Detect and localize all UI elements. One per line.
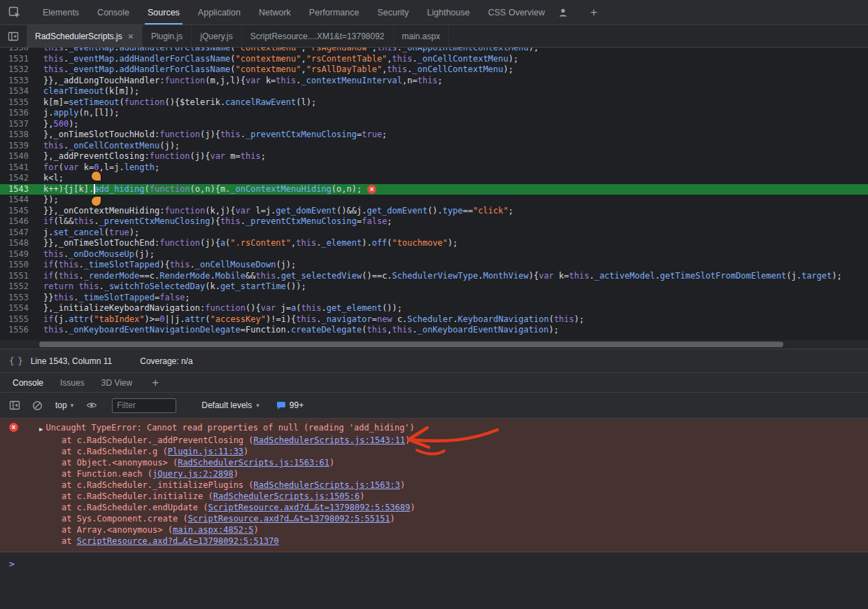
code-text[interactable]: }},_onTimeSlotTouchEnd:function(j){a(".r…: [38, 238, 458, 249]
toggle-navigator-icon[interactable]: [4, 27, 22, 46]
line-number[interactable]: 1543: [0, 184, 38, 195]
code-text[interactable]: this._onDocMouseUp(j);: [38, 249, 155, 260]
context-selector[interactable]: top ▾: [50, 398, 78, 412]
clear-console-icon[interactable]: [28, 396, 46, 414]
stack-link[interactable]: ScriptResource.axd?d…&t=13798092:5:53689: [208, 503, 411, 512]
code-text[interactable]: j.apply(n,[l]);: [38, 108, 119, 119]
code-text[interactable]: if(j.attr("tabIndex")>=0||j.attr("access…: [38, 314, 584, 326]
selection-handle-top[interactable]: [92, 172, 101, 181]
code-text[interactable]: this._onCellContextMenu(j);: [38, 141, 180, 152]
code-text[interactable]: for(var k=0,l=j.length;: [38, 162, 159, 174]
close-icon[interactable]: ×: [128, 32, 134, 41]
line-number[interactable]: 1539: [0, 141, 38, 152]
line-number[interactable]: 1538: [0, 130, 38, 141]
message-count-badge[interactable]: 99+: [276, 400, 304, 410]
code-text[interactable]: },_addPreventClosing:function(j){var m=t…: [38, 151, 266, 162]
horizontal-scrollbar[interactable]: [0, 340, 868, 349]
more-drawer-tabs-icon[interactable]: +: [146, 374, 164, 392]
stack-link[interactable]: ScriptResource.axd?d…&t=13798092:5:55151: [188, 514, 390, 524]
inline-error-icon[interactable]: ×: [367, 185, 376, 194]
tab-css-overview[interactable]: CSS Overview: [479, 0, 554, 24]
pretty-print-button[interactable]: { }: [9, 356, 22, 366]
code-text[interactable]: this._eventMap.addHandlerForClassName("c…: [38, 54, 518, 65]
code-text[interactable]: },500);: [38, 119, 79, 130]
line-number[interactable]: 1555: [0, 314, 38, 326]
scrollbar-thumb[interactable]: [39, 342, 783, 347]
line-number[interactable]: 1553: [0, 293, 38, 304]
line-number[interactable]: 1536: [0, 108, 38, 119]
line-number[interactable]: 1540: [0, 151, 38, 162]
stack-link[interactable]: ScriptResource.axd?d…&t=13798092:5:51370: [77, 536, 279, 546]
code-text[interactable]: return this._switchToSelectedDay(k.get_s…: [38, 281, 306, 293]
line-number[interactable]: 1531: [0, 54, 38, 65]
console-sidebar-icon[interactable]: [6, 396, 24, 414]
line-number[interactable]: 1535: [0, 97, 38, 108]
file-tab-jquery-js[interactable]: jQuery.js: [192, 25, 241, 47]
tab-performance[interactable]: Performance: [300, 0, 369, 24]
code-text[interactable]: this._eventMap.addHandlerForClassName("c…: [38, 48, 539, 54]
tab-security[interactable]: Security: [368, 0, 418, 24]
line-number[interactable]: 1530: [0, 48, 38, 54]
file-tab-scriptresource-xm1-t-13798092[interactable]: ScriptResource....XM1&t=13798092: [242, 25, 394, 47]
file-tab-radschedulerscripts-js[interactable]: RadSchedulerScripts.js×: [27, 25, 143, 47]
code-text[interactable]: }},_addLongTouchHandler:function(m,j,l){…: [38, 76, 443, 87]
line-number[interactable]: 1552: [0, 281, 38, 293]
code-text[interactable]: },_initializeKeyboardNavigation:function…: [38, 303, 402, 314]
code-text[interactable]: if(l&&this._preventCtxMenuClosing){this.…: [38, 216, 392, 227]
file-tab-main-aspx[interactable]: main.aspx: [394, 25, 450, 47]
line-number[interactable]: 1554: [0, 303, 38, 314]
disclosure-triangle-icon[interactable]: ▶: [39, 424, 43, 435]
line-number[interactable]: 1537: [0, 119, 38, 130]
line-number[interactable]: 1547: [0, 227, 38, 239]
code-text[interactable]: k++){j[k].add_hiding(function(o,n){m._on…: [38, 184, 362, 195]
line-number[interactable]: 1542: [0, 173, 38, 184]
stack-link[interactable]: Plugin.js:11:33: [168, 447, 243, 456]
line-number[interactable]: 1548: [0, 238, 38, 249]
code-text[interactable]: this._onKeyboardEventNavigationDelegate=…: [38, 325, 559, 336]
tab-console[interactable]: Console: [88, 0, 138, 24]
filter-input[interactable]: [112, 398, 176, 413]
line-number[interactable]: 1551: [0, 271, 38, 282]
stack-link[interactable]: RadSchedulerScripts.js:1543:11: [254, 435, 406, 445]
line-number[interactable]: 1549: [0, 249, 38, 260]
line-number[interactable]: 1550: [0, 260, 38, 271]
code-text[interactable]: k<l;: [38, 173, 64, 184]
tab-application[interactable]: Application: [189, 0, 250, 24]
inspect-element-icon[interactable]: [6, 4, 24, 22]
line-number[interactable]: 1534: [0, 86, 38, 97]
log-levels-dropdown[interactable]: Default levels ▾: [201, 400, 259, 410]
code-text[interactable]: j.set_cancel(true);: [38, 227, 139, 239]
line-number[interactable]: 1546: [0, 216, 38, 227]
stack-link[interactable]: main.aspx:4852:5: [173, 525, 254, 535]
stack-link[interactable]: RadSchedulerScripts.js:1505:6: [213, 491, 360, 501]
line-number[interactable]: 1556: [0, 325, 38, 336]
line-number[interactable]: 1533: [0, 76, 38, 87]
tab-sources[interactable]: Sources: [138, 0, 189, 24]
line-number[interactable]: 1544: [0, 195, 38, 206]
code-text[interactable]: },_onTimeSlotTouchHold:function(j){this.…: [38, 130, 387, 141]
line-number[interactable]: 1545: [0, 206, 38, 217]
code-text[interactable]: });: [38, 195, 59, 206]
tab-elements[interactable]: Elements: [34, 0, 88, 24]
drawer-tab-issues[interactable]: Issues: [52, 373, 93, 392]
code-text[interactable]: }}this._timeSlotTapped=false;: [38, 293, 190, 304]
more-panels-icon[interactable]: +: [585, 4, 603, 22]
eye-icon[interactable]: [83, 396, 101, 414]
code-text[interactable]: clearTimeout(k[m]);: [38, 86, 139, 97]
code-text[interactable]: this._eventMap.addHandlerForClassName("c…: [38, 64, 513, 76]
file-tab-plugin-js[interactable]: Plugin.js: [143, 25, 192, 47]
code-text[interactable]: if(this._timeSlotTapped){this._onCellMou…: [38, 260, 296, 271]
line-number[interactable]: 1532: [0, 64, 38, 76]
selection-handle-bottom[interactable]: [92, 197, 101, 206]
line-number[interactable]: 1541: [0, 162, 38, 174]
drawer-tab-3d-view[interactable]: 3D View: [93, 373, 141, 392]
stack-link[interactable]: RadSchedulerScripts.js:1563:3: [254, 480, 401, 490]
code-text[interactable]: k[m]=setTimeout(function(){$telerik.canc…: [38, 97, 316, 108]
user-icon[interactable]: [554, 4, 572, 22]
tab-lighthouse[interactable]: Lighthouse: [418, 0, 479, 24]
code-text[interactable]: }},_onContextMenuHiding:function(k,j){va…: [38, 206, 513, 217]
stack-link[interactable]: jQuery.js:2:2898: [152, 469, 234, 479]
code-text[interactable]: if(this._renderMode==c.RenderMode.Mobile…: [38, 271, 842, 282]
stack-link[interactable]: RadSchedulerScripts.js:1563:61: [178, 458, 329, 468]
drawer-tab-console[interactable]: Console: [4, 373, 52, 392]
